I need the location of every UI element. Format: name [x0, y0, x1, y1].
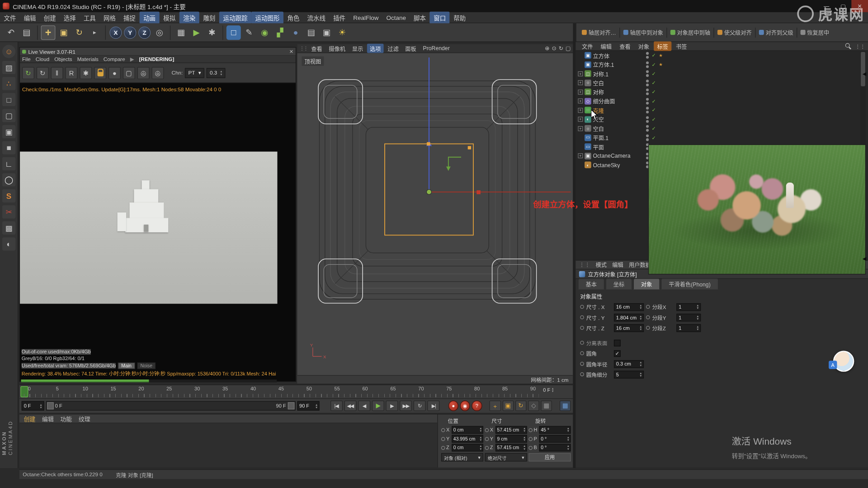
selection-corner-handle[interactable]	[468, 146, 471, 149]
texture-mode-icon[interactable]: ▢	[2, 109, 15, 122]
panel-collapse-arrow[interactable]: ◀	[863, 256, 866, 261]
panel-options-icon[interactable]: ⋮⋮	[855, 43, 865, 49]
next-frame-button[interactable]: ▶	[386, 401, 398, 411]
scrollbar-thumb[interactable]	[861, 52, 865, 86]
menu-character[interactable]: 角色	[283, 11, 303, 23]
vp-menu-filter[interactable]: 过滤	[385, 44, 401, 53]
object-row-sds[interactable]: +◇细分曲面✓	[576, 97, 664, 106]
tab-coordinates[interactable]: 坐标	[606, 278, 632, 289]
expand-icon[interactable]: +	[578, 117, 583, 122]
vp-menu-cameras[interactable]: 摄像机	[326, 44, 348, 53]
key-circle-icon[interactable]	[528, 437, 533, 441]
segments-z-input[interactable]: 1▴▾	[676, 324, 701, 332]
lv-menu-cloud[interactable]: Cloud	[36, 56, 49, 62]
tab-basic[interactable]: 基本	[578, 278, 604, 289]
key-circle-icon[interactable]	[646, 326, 650, 330]
key-circle-icon[interactable]	[528, 428, 533, 432]
menu-help[interactable]: 帮助	[450, 11, 470, 23]
current-frame-display[interactable]: 0 F ▴▾	[543, 387, 553, 393]
menu-window[interactable]: 窗口	[430, 11, 450, 23]
key-circle-icon[interactable]	[528, 446, 533, 450]
enable-check-icon[interactable]: ✓	[651, 126, 657, 131]
visibility-dots[interactable]	[646, 134, 649, 141]
enable-check-icon[interactable]: ✓	[651, 108, 657, 113]
menu-simulate[interactable]: 模拟	[160, 11, 179, 23]
model-mode-icon[interactable]: □	[2, 93, 15, 106]
channel-dropdown[interactable]: PT ▾	[185, 68, 204, 78]
vp-menu-panel[interactable]: 面板	[402, 44, 419, 53]
viewport-canvas[interactable]: Y X	[297, 53, 573, 384]
vp-menu-display[interactable]: 显示	[349, 44, 366, 53]
position-z-field[interactable]: 0 cm▴▾	[452, 444, 483, 451]
align-to-parent-button[interactable]: 对齐到父级	[757, 27, 796, 38]
object-row-null[interactable]: +○空白✓	[576, 78, 664, 87]
object-row-symmetry[interactable]: +◫对称✓	[576, 87, 664, 96]
texture-tag-icon[interactable]: ★	[659, 53, 664, 58]
lv-focus-picker-icon[interactable]: ◎	[137, 67, 150, 79]
light-button[interactable]: ☀	[335, 25, 349, 40]
position-x-field[interactable]: 0 cm▴▾	[452, 426, 483, 434]
render-view-button[interactable]: ▦	[174, 25, 188, 40]
expand-icon[interactable]: +	[578, 80, 583, 85]
key-circle-icon[interactable]	[580, 305, 584, 309]
array-button[interactable]: ▤	[304, 25, 318, 40]
edges-mode-icon[interactable]: ∟	[2, 157, 15, 170]
vp-menu-view[interactable]: 查看	[308, 44, 325, 53]
visibility-dots[interactable]	[646, 70, 649, 77]
object-row-plane1[interactable]: ▭平面.1✓	[576, 133, 664, 142]
segments-y-input[interactable]: 1▴▾	[676, 314, 701, 321]
main-pass-button[interactable]: Main	[118, 362, 135, 369]
live-viewer-titlebar[interactable]: Live Viewer 3.07-R1 ✕	[20, 47, 296, 55]
visibility-dots[interactable]	[646, 98, 649, 104]
paint-setup-icon[interactable]: ▨	[2, 61, 15, 74]
tab-phong[interactable]: 平滑着色(Phong)	[661, 278, 718, 289]
key-scale-toggle[interactable]: ▣	[502, 401, 514, 411]
object-row-cloner[interactable]: +∷克隆✓	[576, 106, 664, 115]
menu-snap[interactable]: 捕捉	[119, 11, 139, 23]
menu-plugins[interactable]: 插件	[330, 11, 349, 23]
attr-menu-edit[interactable]: 编辑	[612, 261, 623, 269]
goto-end-button[interactable]: ▶|	[428, 401, 440, 411]
align-axis-button[interactable]: 轴居对齐…	[580, 27, 618, 38]
visibility-dots[interactable]	[646, 89, 649, 95]
lv-settings-gear-icon[interactable]: ✱	[80, 67, 92, 79]
expand-icon[interactable]: +	[578, 108, 583, 113]
keyframe-settings-button[interactable]: ▦	[560, 401, 571, 411]
dot-grid-icon[interactable]: ∴	[2, 77, 15, 90]
lv-region-render-button[interactable]: R	[65, 67, 77, 79]
vp-menu-prorender[interactable]: ProRender	[420, 45, 452, 52]
key-parameter-toggle[interactable]: ◇	[528, 401, 539, 411]
size-y-field[interactable]: 9 cm▴▾	[495, 435, 527, 442]
enable-check-icon[interactable]: ✓	[651, 117, 657, 122]
keyframe-selection-button[interactable]: ?	[472, 401, 482, 411]
menu-file[interactable]: 文件	[0, 11, 20, 23]
previous-key-button[interactable]: ◀◀	[344, 401, 356, 411]
menu-select[interactable]: 选择	[60, 11, 80, 23]
polygons-mode-icon[interactable]: ◯	[2, 173, 15, 186]
menu-realflow[interactable]: RealFlow	[349, 13, 382, 23]
om-menu-objects[interactable]: 对象	[635, 42, 652, 51]
viewport-rotate-icon[interactable]: ↻	[559, 45, 563, 51]
attr-menu-userdata[interactable]: 用户数据	[629, 261, 651, 269]
lv-material-ball-icon[interactable]: ●	[108, 67, 121, 79]
axis-center-to-object-button[interactable]: 轴居中到对象	[621, 27, 665, 38]
size-x-input[interactable]: 16 cm▴▾	[614, 303, 644, 310]
x-axis-lock-button[interactable]: X	[109, 26, 122, 38]
om-menu-file[interactable]: 文件	[579, 42, 596, 51]
start-frame-field[interactable]: 0 F ▴▾	[22, 401, 44, 411]
fillet-checkbox[interactable]: ✓	[614, 350, 621, 357]
menu-animate[interactable]: 动画	[140, 11, 160, 23]
key-position-toggle[interactable]: +	[490, 401, 501, 411]
loop-playback-button[interactable]: ↻	[414, 401, 426, 411]
previous-frame-button[interactable]: ◀	[358, 401, 370, 411]
generator-button[interactable]: ◉	[257, 25, 272, 40]
size-mode-dropdown[interactable]: 绝对尺寸▾	[485, 453, 527, 461]
key-circle-icon[interactable]	[646, 315, 650, 319]
object-center-to-axis-button[interactable]: 对象居中到轴	[668, 27, 712, 38]
lv-pause-button[interactable]: ‖	[51, 67, 63, 79]
menu-create[interactable]: 创建	[40, 11, 60, 23]
key-rotation-toggle[interactable]: ↻	[515, 401, 527, 411]
menu-render[interactable]: 渲染	[179, 11, 199, 23]
key-circle-icon[interactable]	[646, 305, 650, 309]
panel-collapse-arrow[interactable]: ◀	[863, 71, 866, 76]
